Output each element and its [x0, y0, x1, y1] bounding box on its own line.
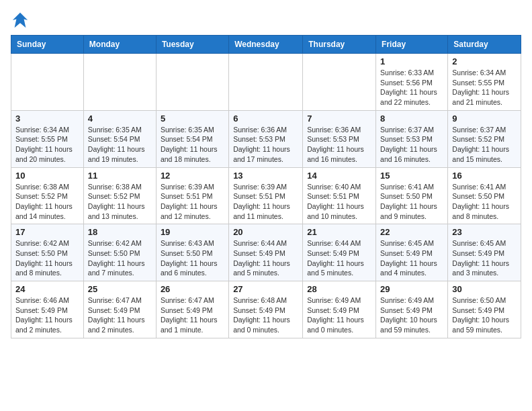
calendar-header-saturday: Saturday	[448, 36, 521, 54]
calendar-cell: 17Sunrise: 6:42 AM Sunset: 5:50 PM Dayli…	[11, 224, 84, 281]
calendar-header-wednesday: Wednesday	[229, 36, 303, 54]
day-info: Sunrise: 6:48 AM Sunset: 5:49 PM Dayligh…	[233, 295, 298, 335]
day-info: Sunrise: 6:45 AM Sunset: 5:49 PM Dayligh…	[380, 238, 443, 278]
day-number: 30	[452, 284, 517, 294]
day-info: Sunrise: 6:34 AM Sunset: 5:55 PM Dayligh…	[452, 68, 517, 107]
calendar-week-0: 1Sunrise: 6:33 AM Sunset: 5:56 PM Daylig…	[11, 54, 521, 111]
calendar-cell: 30Sunrise: 6:50 AM Sunset: 5:49 PM Dayli…	[448, 281, 521, 338]
day-info: Sunrise: 6:47 AM Sunset: 5:49 PM Dayligh…	[88, 295, 152, 335]
page-header	[11, 11, 521, 30]
day-number: 22	[380, 227, 443, 237]
day-info: Sunrise: 6:42 AM Sunset: 5:50 PM Dayligh…	[88, 238, 152, 278]
day-number: 5	[161, 113, 224, 124]
day-info: Sunrise: 6:38 AM Sunset: 5:52 PM Dayligh…	[15, 182, 79, 222]
day-number: 27	[233, 284, 298, 294]
day-number: 10	[15, 171, 79, 181]
day-info: Sunrise: 6:39 AM Sunset: 5:51 PM Dayligh…	[161, 182, 224, 222]
calendar-cell: 6Sunrise: 6:36 AM Sunset: 5:53 PM Daylig…	[229, 110, 303, 167]
day-number: 6	[233, 113, 298, 124]
day-info: Sunrise: 6:35 AM Sunset: 5:54 PM Dayligh…	[88, 125, 152, 165]
calendar-table: SundayMondayTuesdayWednesdayThursdayFrid…	[11, 35, 521, 338]
day-number: 19	[161, 227, 224, 237]
calendar-header-sunday: Sunday	[11, 36, 84, 54]
day-info: Sunrise: 6:45 AM Sunset: 5:49 PM Dayligh…	[452, 238, 517, 278]
calendar-cell: 8Sunrise: 6:37 AM Sunset: 5:53 PM Daylig…	[376, 110, 448, 167]
calendar-cell: 9Sunrise: 6:37 AM Sunset: 5:52 PM Daylig…	[448, 110, 521, 167]
day-number: 23	[452, 227, 517, 237]
calendar-cell: 5Sunrise: 6:35 AM Sunset: 5:54 PM Daylig…	[156, 110, 228, 167]
day-number: 26	[161, 284, 224, 294]
calendar-cell	[229, 54, 303, 111]
calendar-cell: 28Sunrise: 6:49 AM Sunset: 5:49 PM Dayli…	[303, 281, 376, 338]
day-number: 17	[15, 227, 79, 237]
day-info: Sunrise: 6:41 AM Sunset: 5:50 PM Dayligh…	[452, 182, 517, 222]
day-number: 16	[452, 171, 517, 181]
calendar-cell: 16Sunrise: 6:41 AM Sunset: 5:50 PM Dayli…	[448, 167, 521, 224]
logo	[11, 11, 32, 30]
day-info: Sunrise: 6:34 AM Sunset: 5:55 PM Dayligh…	[15, 125, 79, 165]
calendar-cell: 2Sunrise: 6:34 AM Sunset: 5:55 PM Daylig…	[448, 54, 521, 111]
day-number: 1	[380, 56, 443, 66]
calendar-cell: 25Sunrise: 6:47 AM Sunset: 5:49 PM Dayli…	[83, 281, 156, 338]
calendar-cell: 7Sunrise: 6:36 AM Sunset: 5:53 PM Daylig…	[303, 110, 376, 167]
day-number: 29	[380, 284, 443, 294]
day-number: 4	[88, 113, 152, 124]
day-info: Sunrise: 6:43 AM Sunset: 5:50 PM Dayligh…	[161, 238, 224, 278]
day-number: 13	[233, 171, 298, 181]
calendar-cell: 21Sunrise: 6:44 AM Sunset: 5:49 PM Dayli…	[303, 224, 376, 281]
day-info: Sunrise: 6:33 AM Sunset: 5:56 PM Dayligh…	[380, 68, 443, 107]
day-number: 11	[88, 171, 152, 181]
calendar-week-3: 17Sunrise: 6:42 AM Sunset: 5:50 PM Dayli…	[11, 224, 521, 281]
calendar-cell: 22Sunrise: 6:45 AM Sunset: 5:49 PM Dayli…	[376, 224, 448, 281]
day-info: Sunrise: 6:47 AM Sunset: 5:49 PM Dayligh…	[161, 295, 224, 335]
day-info: Sunrise: 6:44 AM Sunset: 5:49 PM Dayligh…	[233, 238, 298, 278]
calendar-cell: 4Sunrise: 6:35 AM Sunset: 5:54 PM Daylig…	[83, 110, 156, 167]
day-info: Sunrise: 6:38 AM Sunset: 5:52 PM Dayligh…	[88, 182, 152, 222]
day-number: 15	[380, 171, 443, 181]
day-info: Sunrise: 6:40 AM Sunset: 5:51 PM Dayligh…	[307, 182, 371, 222]
day-number: 28	[307, 284, 371, 294]
calendar-cell	[156, 54, 228, 111]
day-number: 8	[380, 113, 443, 124]
day-info: Sunrise: 6:35 AM Sunset: 5:54 PM Dayligh…	[161, 125, 224, 165]
calendar-week-4: 24Sunrise: 6:46 AM Sunset: 5:49 PM Dayli…	[11, 281, 521, 338]
calendar-cell: 18Sunrise: 6:42 AM Sunset: 5:50 PM Dayli…	[83, 224, 156, 281]
day-number: 18	[88, 227, 152, 237]
calendar-cell: 29Sunrise: 6:49 AM Sunset: 5:49 PM Dayli…	[376, 281, 448, 338]
day-info: Sunrise: 6:37 AM Sunset: 5:52 PM Dayligh…	[452, 125, 517, 165]
calendar-cell: 23Sunrise: 6:45 AM Sunset: 5:49 PM Dayli…	[448, 224, 521, 281]
day-info: Sunrise: 6:49 AM Sunset: 5:49 PM Dayligh…	[380, 295, 443, 335]
day-info: Sunrise: 6:46 AM Sunset: 5:49 PM Dayligh…	[15, 295, 79, 335]
day-number: 21	[307, 227, 371, 237]
calendar-cell: 24Sunrise: 6:46 AM Sunset: 5:49 PM Dayli…	[11, 281, 84, 338]
calendar-week-2: 10Sunrise: 6:38 AM Sunset: 5:52 PM Dayli…	[11, 167, 521, 224]
day-number: 7	[307, 113, 371, 124]
calendar-header-tuesday: Tuesday	[156, 36, 228, 54]
day-number: 9	[452, 113, 517, 124]
day-info: Sunrise: 6:41 AM Sunset: 5:50 PM Dayligh…	[380, 182, 443, 222]
calendar-cell: 20Sunrise: 6:44 AM Sunset: 5:49 PM Dayli…	[229, 224, 303, 281]
day-info: Sunrise: 6:49 AM Sunset: 5:49 PM Dayligh…	[307, 295, 371, 335]
calendar-cell: 3Sunrise: 6:34 AM Sunset: 5:55 PM Daylig…	[11, 110, 84, 167]
day-number: 2	[452, 56, 517, 66]
calendar-cell: 1Sunrise: 6:33 AM Sunset: 5:56 PM Daylig…	[376, 54, 448, 111]
day-number: 14	[307, 171, 371, 181]
calendar-cell	[303, 54, 376, 111]
calendar-header-thursday: Thursday	[303, 36, 376, 54]
day-info: Sunrise: 6:37 AM Sunset: 5:53 PM Dayligh…	[380, 125, 443, 165]
day-number: 25	[88, 284, 152, 294]
day-number: 24	[15, 284, 79, 294]
day-info: Sunrise: 6:39 AM Sunset: 5:51 PM Dayligh…	[233, 182, 298, 222]
calendar-cell: 10Sunrise: 6:38 AM Sunset: 5:52 PM Dayli…	[11, 167, 84, 224]
calendar-cell: 14Sunrise: 6:40 AM Sunset: 5:51 PM Dayli…	[303, 167, 376, 224]
calendar-header-monday: Monday	[83, 36, 156, 54]
calendar-header-friday: Friday	[376, 36, 448, 54]
calendar-cell	[11, 54, 84, 111]
day-info: Sunrise: 6:44 AM Sunset: 5:49 PM Dayligh…	[307, 238, 371, 278]
day-info: Sunrise: 6:50 AM Sunset: 5:49 PM Dayligh…	[452, 295, 517, 335]
day-number: 12	[161, 171, 224, 181]
calendar-cell	[83, 54, 156, 111]
calendar-cell: 26Sunrise: 6:47 AM Sunset: 5:49 PM Dayli…	[156, 281, 228, 338]
svg-marker-0	[13, 13, 28, 28]
logo-bird-icon	[11, 11, 30, 30]
